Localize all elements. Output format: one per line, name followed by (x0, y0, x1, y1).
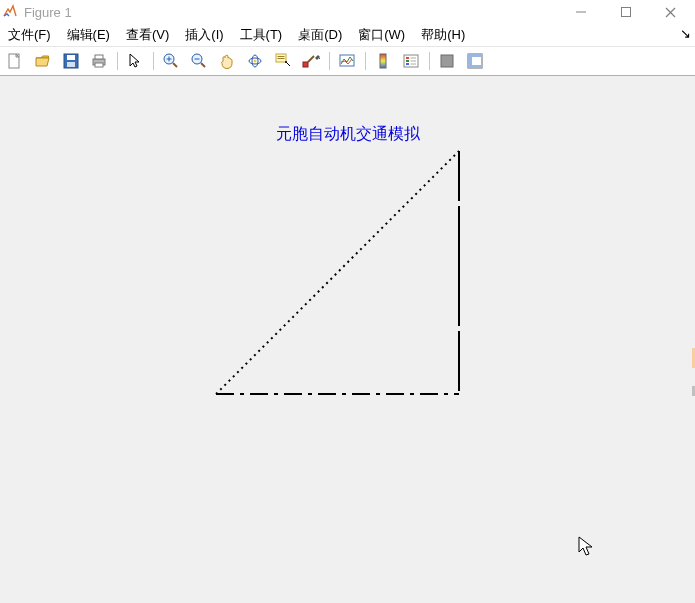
svg-line-13 (173, 63, 177, 67)
menu-tools[interactable]: 工具(T) (234, 24, 293, 46)
axes (0, 76, 695, 596)
zoom-in-button[interactable] (158, 48, 184, 74)
menubar: 文件(F) 编辑(E) 查看(V) 插入(I) 工具(T) 桌面(D) 窗口(W… (0, 24, 695, 47)
minimize-button[interactable] (558, 0, 603, 24)
brush-button[interactable] (298, 48, 324, 74)
svg-rect-27 (303, 62, 308, 67)
hide-plot-tools-button[interactable] (434, 48, 460, 74)
toolbar-separator (114, 49, 120, 73)
svg-rect-7 (67, 55, 75, 60)
figure-canvas[interactable]: 元胞自动机交通模拟 (0, 76, 695, 603)
svg-line-46 (216, 151, 459, 394)
link-plot-button[interactable] (334, 48, 360, 74)
menu-edit[interactable]: 编辑(E) (61, 24, 120, 46)
toolbar-separator (150, 49, 156, 73)
insert-colorbar-button[interactable] (370, 48, 396, 74)
edit-plot-button[interactable] (122, 48, 148, 74)
svg-line-28 (308, 56, 314, 62)
svg-rect-1 (621, 8, 630, 17)
svg-marker-29 (315, 55, 320, 60)
save-button[interactable] (58, 48, 84, 74)
menu-window[interactable]: 窗口(W) (352, 24, 415, 46)
data-cursor-button[interactable] (270, 48, 296, 74)
menu-file[interactable]: 文件(F) (2, 24, 61, 46)
menu-help[interactable]: 帮助(H) (415, 24, 475, 46)
svg-rect-41 (468, 54, 472, 68)
matlab-logo-icon (2, 4, 18, 20)
figure-window: Figure 1 文件(F) 编辑(E) 查看(V) 插入(I) 工具(T) 桌… (0, 0, 695, 603)
close-button[interactable] (648, 0, 693, 24)
svg-rect-43 (472, 65, 482, 68)
svg-rect-31 (380, 54, 386, 68)
titlebar: Figure 1 (0, 0, 695, 24)
menu-desktop[interactable]: 桌面(D) (292, 24, 352, 46)
svg-rect-39 (441, 55, 453, 67)
show-plot-tools-button[interactable] (462, 48, 488, 74)
svg-rect-11 (95, 63, 103, 67)
window-title: Figure 1 (24, 5, 72, 20)
toolbar-separator (362, 49, 368, 73)
svg-rect-42 (472, 54, 482, 57)
svg-rect-8 (67, 62, 75, 67)
print-button[interactable] (86, 48, 112, 74)
menu-overflow-icon[interactable]: ↘ (680, 26, 691, 41)
menu-insert[interactable]: 插入(I) (179, 24, 233, 46)
toolbar (0, 47, 695, 76)
svg-line-17 (201, 63, 205, 67)
toolbar-separator (326, 49, 332, 73)
pan-button[interactable] (214, 48, 240, 74)
insert-legend-button[interactable] (398, 48, 424, 74)
rotate-3d-button[interactable] (242, 48, 268, 74)
new-figure-button[interactable] (2, 48, 28, 74)
svg-point-26 (285, 61, 287, 63)
menu-view[interactable]: 查看(V) (120, 24, 179, 46)
toolbar-separator (426, 49, 432, 73)
svg-point-21 (254, 60, 257, 63)
open-button[interactable] (30, 48, 56, 74)
maximize-button[interactable] (603, 0, 648, 24)
zoom-out-button[interactable] (186, 48, 212, 74)
svg-rect-30 (340, 55, 354, 66)
svg-rect-10 (95, 55, 103, 59)
